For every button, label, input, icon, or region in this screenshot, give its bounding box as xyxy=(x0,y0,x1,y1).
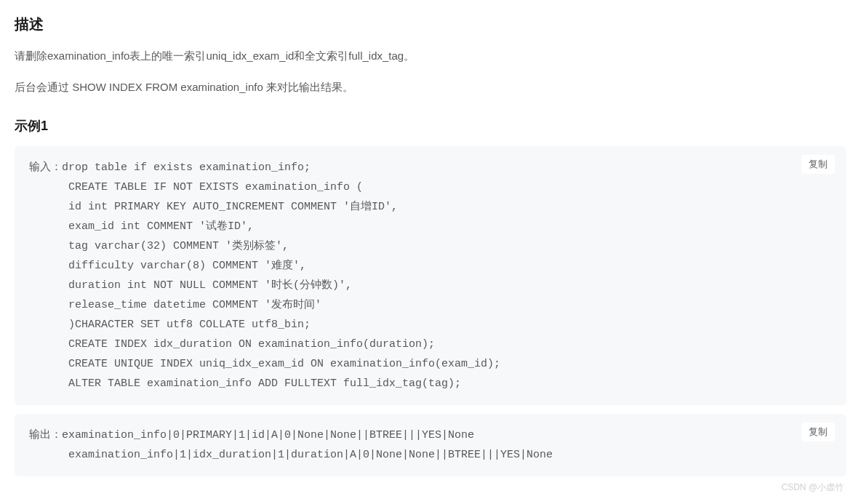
copy-button[interactable]: 复制 xyxy=(801,155,835,174)
output-code-content: 输出：examination_info|0|PRIMARY|1|id|A|0|N… xyxy=(29,425,832,465)
watermark: CSDN @小虚竹 xyxy=(781,481,844,494)
copy-button[interactable]: 复制 xyxy=(801,423,835,441)
input-label: 输入： xyxy=(29,161,62,174)
description-heading: 描述 xyxy=(15,15,846,34)
input-code-block: 复制 输入：drop table if exists examination_i… xyxy=(15,146,846,405)
example-heading: 示例1 xyxy=(15,117,846,135)
output-code-block: 复制 输出：examination_info|0|PRIMARY|1|id|A|… xyxy=(15,414,846,476)
input-code-content: 输入：drop table if exists examination_info… xyxy=(29,158,832,393)
output-label: 输出： xyxy=(29,429,62,441)
input-code-text: drop table if exists examination_info; C… xyxy=(29,161,500,390)
description-paragraph-2: 后台会通过 SHOW INDEX FROM examination_info 来… xyxy=(15,77,846,97)
output-code-text: examination_info|0|PRIMARY|1|id|A|0|None… xyxy=(29,429,553,461)
description-paragraph-1: 请删除examination_info表上的唯一索引uniq_idx_exam_… xyxy=(15,46,846,65)
